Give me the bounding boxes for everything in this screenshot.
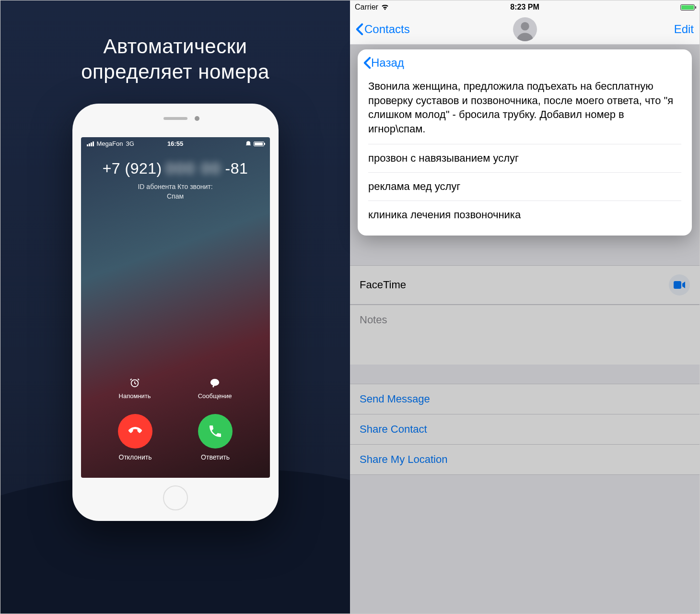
message-button[interactable]: Сообщение [198,377,232,400]
promo-title: Автоматически определяет номера [81,34,269,84]
signal-icon [87,142,94,146]
contact-screen-panel: Carrier 8:23 PM Contacts [350,0,700,614]
wifi-icon [381,4,389,10]
avatar-placeholder-icon [513,17,537,41]
phone-down-icon [127,423,144,440]
status-time: 16:55 [167,140,183,147]
ios-status-bar: Carrier 8:23 PM [350,0,700,14]
comment-item: прозвон с навязыванием услуг [368,144,681,173]
back-button[interactable]: Contacts [356,23,410,36]
ios-screen: Carrier 8:23 PM Contacts [350,0,700,614]
phone-mockup: MegaFon 3G 16:55 +7 (921) 000 00 -81 [72,104,279,521]
carrier-label: Carrier [355,3,378,12]
battery-icon [680,4,695,11]
caller-id-label: ID абонента Кто звонит: [138,183,212,190]
edit-label: Edit [674,23,694,35]
promo-line-2: определяет номера [81,60,269,83]
call-info: +7 (921) 000 00 -81 ID абонента Кто звон… [81,160,270,201]
home-button[interactable] [163,485,188,510]
message-label: Сообщение [198,392,232,400]
call-status-bar: MegaFon 3G 16:55 [81,137,270,150]
contact-content: FaceTime Notes Send Message Share Contac… [350,45,700,614]
incoming-phone-number: +7 (921) 000 00 -81 [91,160,260,177]
chevron-left-icon [363,57,371,69]
phone-speaker [163,117,187,120]
network-label: 3G [126,140,134,147]
number-suffix: -81 [225,160,248,177]
nav-bar: Contacts Edit [350,14,700,45]
svg-point-1 [210,379,219,386]
caller-id-value: Спам [167,192,184,200]
incoming-call-screen: MegaFon 3G 16:55 +7 (921) 000 00 -81 [81,137,270,478]
comment-item: клиника лечения позвоночника [368,201,681,229]
status-time: 8:23 PM [510,3,539,12]
app-container: Автоматически определяет номера MegaFon … [0,0,700,614]
phone-icon [208,424,223,439]
main-comment: Звонила женщина, предложила подъехать на… [368,74,681,144]
comments-popup: Назад Звонила женщина, предложила подъех… [358,49,692,236]
number-masked: 000 00 [166,160,222,177]
svg-point-2 [521,22,529,31]
caller-id: ID абонента Кто звонит: Спам [91,182,260,201]
comment-item: реклама мед услуг [368,173,681,201]
carrier-label: MegaFon [97,140,123,147]
message-icon [209,377,221,389]
remind-button[interactable]: Напомнить [119,377,151,400]
phone-camera [195,116,199,121]
remind-label: Напомнить [119,392,151,400]
decline-label: Отклонить [119,453,152,461]
battery-icon [254,142,264,146]
call-actions: Напомнить Сообщение [81,377,270,461]
promo-panel: Автоматически определяет номера MegaFon … [0,0,350,614]
contact-avatar [513,17,537,41]
number-prefix: +7 (921) [103,160,162,177]
edit-button[interactable]: Edit [674,23,694,36]
promo-line-1: Автоматически [103,35,247,58]
popup-back-button[interactable]: Назад [363,56,404,70]
back-label: Contacts [364,23,410,36]
alarm-icon [245,141,252,147]
popup-back-label: Назад [371,56,404,70]
chevron-left-icon [356,23,363,35]
decline-button[interactable]: Отклонить [118,414,152,461]
answer-button[interactable]: Ответить [198,414,233,461]
alarm-clock-icon [129,377,140,389]
answer-label: Ответить [201,453,230,461]
